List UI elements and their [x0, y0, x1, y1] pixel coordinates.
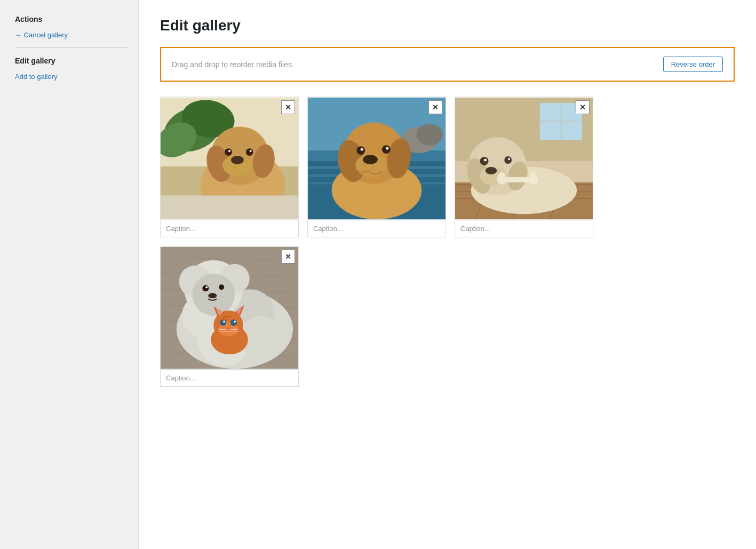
sidebar: Actions ← Cancel gallery Edit gallery Ad… — [0, 0, 139, 549]
svg-rect-15 — [161, 195, 298, 219]
reverse-order-button[interactable]: Reverse order — [663, 57, 723, 72]
cancel-gallery-link[interactable]: ← Cancel gallery — [15, 31, 128, 39]
svg-point-11 — [225, 148, 232, 156]
caption-input-4[interactable] — [161, 369, 298, 386]
svg-point-30 — [356, 146, 365, 155]
remove-button-4[interactable]: ✕ — [281, 250, 295, 264]
image-wrapper: ✕ — [308, 97, 445, 220]
main-content: Edit gallery Drag and drop to reorder me… — [139, 0, 756, 549]
svg-point-58 — [484, 158, 487, 161]
gallery-image-4 — [161, 246, 298, 369]
gallery-item: ✕ — [160, 97, 299, 237]
svg-point-80 — [205, 286, 208, 288]
remove-button-1[interactable]: ✕ — [281, 100, 295, 114]
svg-point-14 — [250, 150, 252, 152]
svg-point-29 — [363, 155, 378, 164]
svg-point-81 — [219, 284, 224, 290]
drag-drop-bar: Drag and drop to reorder media files. Re… — [160, 47, 735, 82]
svg-point-79 — [202, 285, 209, 291]
svg-point-12 — [228, 150, 230, 152]
svg-point-23 — [416, 124, 443, 146]
svg-point-10 — [231, 156, 244, 164]
gallery-item: ✕ — [455, 97, 593, 237]
gallery-item: ✕ — [307, 97, 446, 237]
svg-point-59 — [504, 156, 512, 164]
svg-point-53 — [498, 172, 505, 180]
svg-point-93 — [234, 321, 236, 323]
caption-input-2[interactable] — [308, 220, 445, 237]
svg-point-32 — [382, 145, 391, 154]
remove-button-3[interactable]: ✕ — [576, 100, 590, 114]
svg-point-92 — [230, 320, 237, 326]
image-wrapper: ✕ — [455, 97, 593, 220]
svg-point-57 — [480, 157, 489, 165]
sidebar-divider — [15, 47, 128, 48]
remove-button-2[interactable]: ✕ — [428, 100, 442, 114]
gallery-image-3 — [455, 97, 593, 220]
svg-point-56 — [486, 167, 497, 174]
svg-point-60 — [508, 158, 510, 160]
edit-gallery-title: Edit gallery — [15, 57, 128, 65]
svg-point-31 — [361, 148, 363, 151]
caption-input-1[interactable] — [161, 220, 298, 237]
svg-point-82 — [208, 293, 217, 298]
gallery-image-1 — [161, 97, 298, 220]
gallery-item: ✕ — [160, 246, 299, 387]
svg-point-90 — [220, 320, 226, 326]
image-wrapper: ✕ — [161, 246, 298, 369]
svg-point-91 — [223, 321, 225, 323]
gallery-grid: ✕ — [160, 97, 735, 387]
add-to-gallery-link[interactable]: Add to gallery — [15, 73, 58, 81]
image-wrapper: ✕ — [161, 97, 298, 220]
caption-input-3[interactable] — [455, 220, 593, 237]
svg-point-13 — [246, 148, 253, 156]
gallery-image-2 — [308, 97, 445, 220]
actions-title: Actions — [15, 15, 128, 23]
svg-point-55 — [530, 172, 537, 180]
page-title: Edit gallery — [160, 17, 735, 34]
drag-drop-hint: Drag and drop to reorder media files. — [172, 60, 294, 69]
svg-point-33 — [386, 147, 388, 150]
